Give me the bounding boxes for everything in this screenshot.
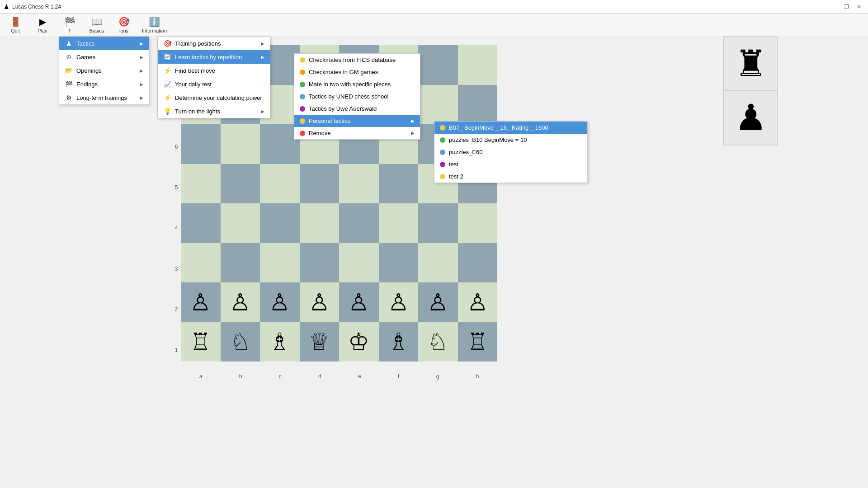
menu-basics[interactable]: 📖 Basics bbox=[83, 14, 110, 36]
menu-item-personal[interactable]: Personal tactics ▶ bbox=[294, 115, 420, 127]
training-positions-label: Training positions bbox=[175, 40, 221, 47]
board-cell-4-5[interactable] bbox=[379, 203, 419, 243]
board-cell-5-5[interactable] bbox=[379, 243, 419, 283]
menu-item-test[interactable]: test bbox=[434, 158, 587, 170]
endings-arrow: ▶ bbox=[140, 82, 143, 87]
side-piece-pawn: ♟ bbox=[724, 91, 778, 145]
board-cell-6-7[interactable]: ♙ bbox=[458, 282, 498, 322]
personal-label: Personal tactics bbox=[309, 117, 350, 124]
menu-item-longterm[interactable]: ⚙ Long-term trainings ▶ bbox=[59, 91, 149, 104]
menu-item-puzzles-e60[interactable]: puzzles_E60 bbox=[434, 146, 587, 158]
menu-item-training-positions[interactable]: 🎯 Training positions ▶ bbox=[158, 37, 270, 50]
board-cell-3-4[interactable] bbox=[339, 164, 379, 204]
menu-item-turn-lights[interactable]: 💡 Turn on the lights ▶ bbox=[158, 104, 270, 118]
menu-item-daily-test[interactable]: 📈 Your daily test bbox=[158, 77, 270, 91]
openings-label: Openings bbox=[76, 67, 102, 74]
board-cell-5-3[interactable] bbox=[300, 243, 340, 283]
training-positions-icon: 🎯 bbox=[163, 39, 171, 47]
close-button[interactable]: ✕ bbox=[854, 2, 864, 11]
menu-item-gm-games[interactable]: Checkmates in GM games bbox=[294, 66, 420, 78]
menu-information[interactable]: ℹ️ Information bbox=[137, 14, 171, 36]
board-cell-4-2[interactable] bbox=[260, 203, 300, 243]
board-cell-6-6[interactable]: ♙ bbox=[418, 282, 458, 322]
app-icon: ♟ bbox=[4, 3, 9, 10]
menu-item-uwe[interactable]: Tactics by Uwe Auerswald bbox=[294, 103, 420, 115]
menu-item-calc-power[interactable]: ⚡ Determine your calculating power bbox=[158, 91, 270, 104]
board-cell-6-4[interactable]: ♙ bbox=[339, 282, 379, 322]
tactics-label: Tactics bbox=[76, 40, 94, 47]
board-cell-4-0[interactable] bbox=[181, 203, 221, 243]
menu-item-uned[interactable]: Tactics by UNED chess school bbox=[294, 90, 420, 103]
board-cell-7-6[interactable]: ♘ bbox=[418, 322, 458, 362]
side-panel: ♜ ♟ bbox=[723, 36, 778, 145]
board-cell-2-0[interactable] bbox=[181, 124, 221, 164]
quit-icon: 🚪 bbox=[10, 16, 21, 27]
menu-item-remove[interactable]: Remove ▶ bbox=[294, 127, 420, 139]
menu-item-openings[interactable]: 📂 Openings ▶ bbox=[59, 64, 149, 77]
board-cell-5-4[interactable] bbox=[339, 243, 379, 283]
board-cell-2-1[interactable] bbox=[221, 124, 260, 164]
board-cell-6-1[interactable]: ♙ bbox=[221, 282, 260, 322]
board-cell-4-7[interactable] bbox=[458, 203, 498, 243]
menu-item-tactics[interactable]: ♟ Tactics ▶ bbox=[59, 37, 149, 50]
board-cell-6-0[interactable]: ♙ bbox=[181, 282, 221, 322]
minimize-button[interactable]: – bbox=[828, 2, 839, 11]
board-cell-5-1[interactable] bbox=[221, 243, 260, 283]
board-cell-7-0[interactable]: ♖ bbox=[181, 322, 221, 362]
board-cell-5-6[interactable] bbox=[418, 243, 458, 283]
maximize-button[interactable]: ❐ bbox=[841, 2, 852, 11]
board-cell-3-1[interactable] bbox=[221, 164, 260, 204]
board-cell-5-0[interactable] bbox=[181, 243, 221, 283]
board-cell-3-5[interactable] bbox=[379, 164, 419, 204]
board-cell-7-7[interactable]: ♖ bbox=[458, 322, 498, 362]
board-cell-7-5[interactable]: ♗ bbox=[379, 322, 419, 362]
menu-play[interactable]: ▶ Play bbox=[29, 14, 56, 36]
menu-item-b07[interactable]: B07_ BeginMove _ 16_ Rating _ 1600 bbox=[434, 122, 587, 134]
board-cell-7-1[interactable]: ♘ bbox=[221, 322, 260, 362]
board-cell-7-2[interactable]: ♗ bbox=[260, 322, 300, 362]
uned-label: Tactics by UNED chess school bbox=[309, 93, 388, 100]
menu-positions[interactable]: 🎯 ions bbox=[110, 14, 137, 36]
board-cell-6-3[interactable]: ♙ bbox=[300, 282, 340, 322]
menu-quit[interactable]: 🚪 Quit bbox=[2, 14, 29, 36]
board-cell-0-6[interactable] bbox=[418, 45, 458, 85]
board-cell-0-7[interactable] bbox=[458, 45, 498, 85]
board-cell-1-6[interactable] bbox=[418, 85, 458, 125]
menu-item-find-best[interactable]: ⚡ Find best move bbox=[158, 64, 270, 77]
menu-t[interactable]: 🏁 T bbox=[56, 14, 83, 36]
menu-item-learn-tactics[interactable]: 🔄 Learn tactics by repetition ▶ bbox=[158, 50, 270, 64]
quit-label: Quit bbox=[11, 28, 20, 33]
menu-item-endings[interactable]: 🏁 Endings ▶ bbox=[59, 77, 149, 91]
basics-icon: 📖 bbox=[91, 16, 103, 27]
find-best-label: Find best move bbox=[175, 67, 215, 74]
play-label: Play bbox=[38, 28, 47, 33]
board-cell-4-4[interactable] bbox=[339, 203, 379, 243]
menu-item-test2[interactable]: test 2 bbox=[434, 170, 587, 183]
menu-item-games[interactable]: ♔ Games ▶ bbox=[59, 50, 149, 64]
board-cell-3-3[interactable] bbox=[300, 164, 340, 204]
b07-dot bbox=[440, 125, 445, 131]
board-cell-3-2[interactable] bbox=[260, 164, 300, 204]
board-cell-4-3[interactable] bbox=[300, 203, 340, 243]
personal-dot bbox=[300, 118, 305, 124]
gm-games-label: Checkmates in GM games bbox=[309, 69, 378, 75]
positions-icon: 🎯 bbox=[118, 16, 130, 27]
board-cell-3-0[interactable] bbox=[181, 164, 221, 204]
file-labels: a b c d e f g h bbox=[181, 373, 497, 380]
training-positions-arrow: ▶ bbox=[261, 41, 264, 46]
board-cell-6-2[interactable]: ♙ bbox=[260, 282, 300, 322]
menu-item-fics[interactable]: Checkmates from FICS database bbox=[294, 54, 420, 66]
endings-icon: 🏁 bbox=[65, 80, 73, 88]
board-cell-7-4[interactable]: ♔ bbox=[339, 322, 379, 362]
board-cell-1-7[interactable] bbox=[458, 85, 498, 125]
board-cell-5-2[interactable] bbox=[260, 243, 300, 283]
menu-item-puzzles-b10[interactable]: puzzles_B10 BeginMove = 10 bbox=[434, 134, 587, 146]
board-cell-7-3[interactable]: ♕ bbox=[300, 322, 340, 362]
dropdown-level2: 🎯 Training positions ▶ 🔄 Learn tactics b… bbox=[157, 36, 270, 118]
board-cell-4-1[interactable] bbox=[221, 203, 260, 243]
menu-item-mate-two[interactable]: Mate in two with specific pieces bbox=[294, 78, 420, 90]
board-cell-4-6[interactable] bbox=[418, 203, 458, 243]
gm-games-dot bbox=[300, 70, 305, 75]
board-cell-5-7[interactable] bbox=[458, 243, 498, 283]
board-cell-6-5[interactable]: ♙ bbox=[379, 282, 419, 322]
